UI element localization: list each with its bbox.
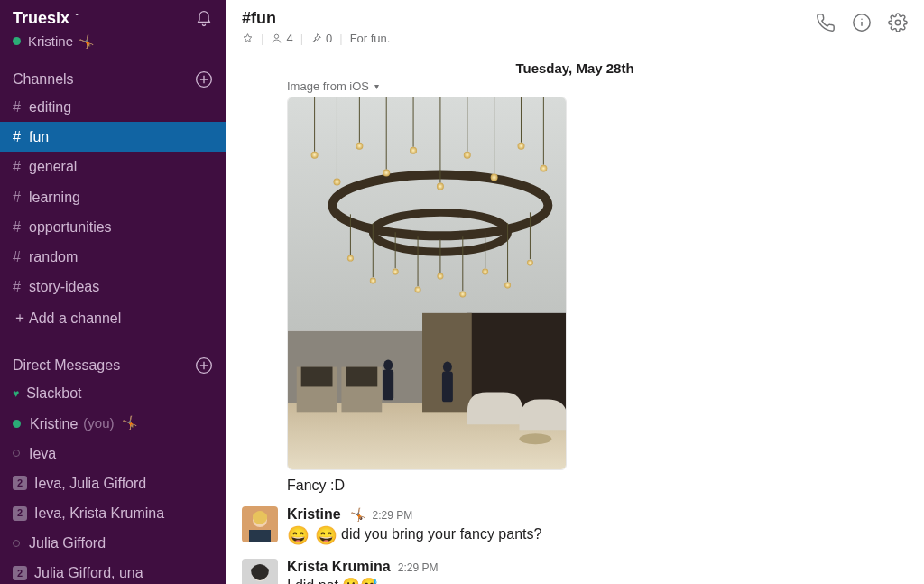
sidebar-channel-editing[interactable]: #editing: [0, 92, 226, 122]
svg-point-38: [393, 269, 399, 275]
gear-icon[interactable]: [888, 13, 908, 32]
presence-offline-icon: [13, 450, 20, 457]
svg-point-40: [415, 286, 421, 292]
group-count-badge: 2: [13, 506, 27, 521]
star-icon: [242, 32, 254, 44]
svg-point-28: [491, 174, 498, 181]
svg-point-24: [437, 183, 444, 190]
svg-point-16: [334, 179, 341, 186]
pin-count[interactable]: 0: [310, 32, 332, 45]
channel-label: fun: [29, 125, 49, 149]
caret-down-icon: ▾: [374, 81, 379, 91]
hash-icon: #: [13, 245, 29, 269]
dm-section-head[interactable]: Direct Messages: [0, 348, 226, 378]
svg-point-20: [383, 170, 390, 177]
header-actions: [816, 9, 908, 32]
sidebar-dm-item[interactable]: 2Ieva, Krista Krumina: [0, 498, 226, 528]
svg-point-34: [347, 255, 354, 262]
dm-label: Ieva, Krista Krumina: [34, 501, 164, 525]
channels-label: Channels: [13, 71, 74, 88]
svg-point-48: [504, 283, 511, 289]
svg-point-55: [383, 360, 393, 371]
date-divider: Tuesday, May 28th: [242, 51, 908, 79]
svg-point-32: [540, 165, 547, 172]
message-list: Tuesday, May 28th Image from iOS ▾: [226, 51, 924, 584]
heart-icon: ♥: [13, 385, 19, 403]
dm-label: Slackbot: [26, 381, 81, 405]
group-count-badge: 2: [13, 476, 27, 490]
avatar[interactable]: [242, 559, 278, 584]
plus-icon: ＋: [13, 309, 29, 328]
hash-icon: #: [13, 185, 29, 209]
message-text: 😄 😄 did you bring your fancy pants?: [287, 524, 541, 546]
message-author[interactable]: Krista Krumina: [287, 559, 391, 575]
person-icon: [271, 32, 282, 44]
svg-rect-56: [383, 370, 393, 401]
channels-section-head[interactable]: Channels: [0, 61, 226, 92]
author-status-emoji: 🤸🏽: [350, 507, 365, 522]
member-count[interactable]: 4: [271, 32, 292, 45]
channel-label: learning: [29, 185, 80, 209]
sidebar-dm-item[interactable]: Julia Gifford: [0, 528, 226, 558]
sidebar-dm-item[interactable]: 2Ieva, Julia Gifford: [0, 468, 226, 498]
hash-icon: #: [13, 125, 29, 149]
attachment-image[interactable]: [287, 97, 567, 470]
channel-label: opportunities: [29, 215, 112, 239]
presence-online-icon: [13, 420, 21, 428]
hash-icon: #: [13, 154, 29, 179]
message-author[interactable]: Kristine: [287, 506, 341, 523]
svg-point-46: [482, 269, 488, 275]
lobby-photo: [288, 97, 566, 469]
message-row[interactable]: Krista Krumina 2:29 PM I did not 😬😅: [242, 559, 908, 584]
sidebar: Truesix ˇ Kristine 🤸🏽 Channels #editing#…: [0, 0, 226, 584]
sidebar-channel-story-ideas[interactable]: #story-ideas: [0, 272, 226, 301]
channel-title[interactable]: #fun: [242, 9, 390, 28]
svg-rect-54: [346, 367, 377, 387]
chevron-down-icon: ˇ: [75, 13, 79, 25]
attachment-block: Image from iOS ▾: [287, 79, 908, 470]
sidebar-channel-opportunities[interactable]: #opportunities: [0, 212, 226, 242]
channel-label: editing: [29, 95, 71, 119]
channel-header: #fun | 4 | 0 | For fun.: [226, 0, 924, 51]
svg-point-50: [527, 260, 533, 266]
svg-point-18: [356, 143, 363, 150]
message-text: I did not 😬😅: [287, 577, 438, 584]
attachment-toggle[interactable]: Image from iOS ▾: [287, 79, 908, 93]
add-channel-icon[interactable]: [195, 70, 213, 88]
svg-point-42: [437, 273, 443, 280]
star-button[interactable]: [242, 32, 254, 44]
sidebar-channel-fun[interactable]: #fun: [0, 122, 226, 152]
sidebar-channel-general[interactable]: #general: [0, 152, 226, 181]
info-icon[interactable]: [852, 13, 872, 32]
bell-icon[interactable]: [195, 10, 213, 28]
channel-topic[interactable]: For fun.: [350, 32, 391, 45]
channel-list: #editing#fun#general#learning#opportunit…: [0, 92, 226, 301]
channel-label: random: [29, 245, 78, 269]
dm-label: Ieva, Julia Gifford: [34, 471, 146, 496]
svg-rect-58: [442, 372, 453, 403]
current-user-row[interactable]: Kristine 🤸🏽: [0, 33, 226, 61]
svg-rect-62: [249, 530, 271, 542]
hash-icon: #: [13, 215, 29, 239]
workspace-switcher[interactable]: Truesix ˇ: [0, 0, 226, 33]
svg-point-4: [861, 19, 862, 20]
message-row[interactable]: Kristine 🤸🏽 2:29 PM 😄 😄 did you bring yo…: [242, 506, 908, 546]
attachment-label-text: Image from iOS: [287, 79, 369, 93]
hash-icon: #: [13, 95, 29, 119]
add-channel-label: Add a channel: [29, 311, 121, 327]
call-icon[interactable]: [816, 13, 836, 32]
sidebar-dm-item[interactable]: ♥Slackbot: [0, 378, 226, 408]
sidebar-dm-item[interactable]: Ieva: [0, 439, 226, 468]
add-channel-button[interactable]: ＋ Add a channel: [0, 301, 226, 335]
dm-label: Kristine: [30, 412, 78, 436]
channel-label: story-ideas: [29, 274, 99, 299]
sidebar-channel-learning[interactable]: #learning: [0, 182, 226, 212]
sidebar-dm-item[interactable]: Kristine(you)🤸🏽: [0, 409, 226, 439]
svg-point-57: [443, 362, 452, 373]
sidebar-dm-item[interactable]: 2Julia Gifford, una: [0, 558, 226, 584]
avatar[interactable]: [242, 506, 278, 542]
sidebar-channel-random[interactable]: #random: [0, 242, 226, 272]
message-time: 2:29 PM: [398, 561, 439, 574]
add-dm-icon[interactable]: [195, 357, 213, 375]
svg-point-36: [370, 278, 376, 284]
